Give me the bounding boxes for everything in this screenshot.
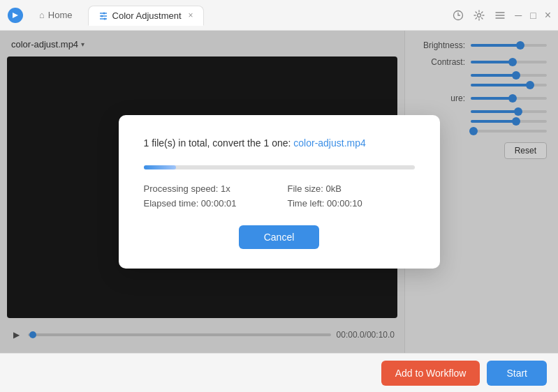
add-workflow-button[interactable]: Add to Workflow <box>381 361 480 386</box>
time-left-stat: Time left: 00:00:10 <box>288 198 415 209</box>
bottom-toolbar: Add to Workflow Start <box>0 353 558 392</box>
history-icon[interactable] <box>452 9 464 22</box>
settings-icon[interactable] <box>473 9 485 22</box>
menu-icon[interactable] <box>494 9 506 22</box>
svg-point-6 <box>103 18 105 20</box>
maximize-button[interactable]: □ <box>530 10 536 21</box>
tab-close-button[interactable]: × <box>189 10 193 20</box>
tab-color-adjustment-label: Color Adjustment <box>112 10 182 21</box>
minimize-button[interactable]: ─ <box>515 10 522 21</box>
modal-progress-track <box>144 165 415 169</box>
modal-filename-link[interactable]: color-adjust.mp4 <box>293 137 366 149</box>
progress-modal: 1 file(s) in total, convert the 1 one: c… <box>119 115 440 269</box>
app-logo-icon <box>7 7 24 24</box>
tab-color-adjustment[interactable]: Color Adjustment × <box>88 6 204 26</box>
modal-cancel-area: Cancel <box>144 225 415 249</box>
home-icon: ⌂ <box>39 10 45 20</box>
window-close-button[interactable]: × <box>545 9 551 22</box>
svg-point-4 <box>101 15 103 17</box>
start-button[interactable]: Start <box>487 361 547 386</box>
modal-overlay: 1 file(s) in total, convert the 1 one: c… <box>0 31 558 353</box>
home-label: Home <box>48 10 73 20</box>
svg-point-8 <box>478 13 481 17</box>
file-size-stat: File size: 0kB <box>288 183 415 194</box>
elapsed-time-stat: Elapsed time: 00:00:01 <box>144 198 271 209</box>
titlebar: ⌂ Home Color Adjustment × <box>0 0 558 31</box>
titlebar-left: ⌂ Home Color Adjustment × <box>7 6 204 25</box>
processing-speed-stat: Processing speed: 1x <box>144 183 271 194</box>
sliders-icon <box>98 10 108 20</box>
svg-point-2 <box>103 13 105 15</box>
tab-home[interactable]: ⌂ Home <box>29 6 82 24</box>
modal-description: 1 file(s) in total, convert the 1 one: c… <box>144 137 415 149</box>
cancel-button[interactable]: Cancel <box>239 225 320 249</box>
modal-progress-fill <box>144 165 177 169</box>
titlebar-right: ─ □ × <box>452 0 551 30</box>
modal-stats: Processing speed: 1x File size: 0kB Elap… <box>144 183 415 209</box>
